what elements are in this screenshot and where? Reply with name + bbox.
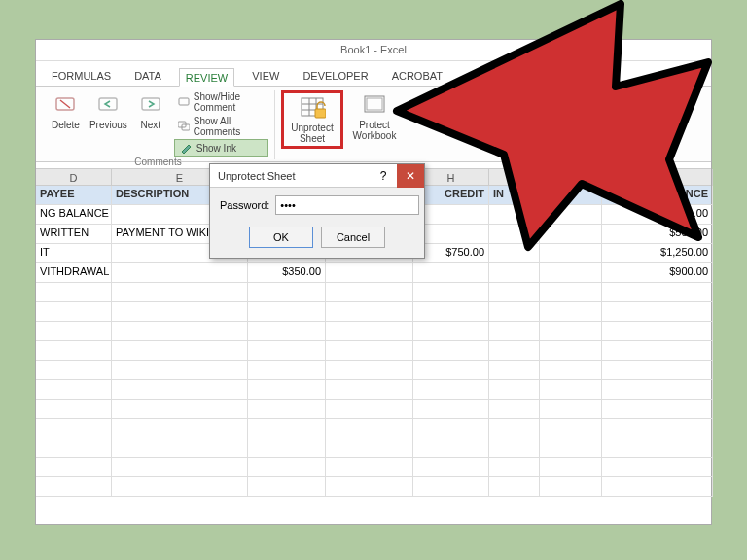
table-row[interactable] xyxy=(36,400,711,419)
show-all-label: Show All Comments xyxy=(194,116,265,137)
svg-rect-12 xyxy=(315,109,326,118)
cell[interactable] xyxy=(489,263,540,283)
unprotect-sheet-dialog: Unprotect Sheet ? ✕ Password: OK Cancel xyxy=(209,163,425,259)
svg-rect-2 xyxy=(99,98,117,110)
previous-comment-button[interactable]: Previous xyxy=(86,90,131,132)
svg-rect-3 xyxy=(142,98,160,110)
previous-label: Previous xyxy=(89,120,127,130)
comment-icon xyxy=(178,95,190,109)
cell[interactable]: $500.00 xyxy=(602,225,713,244)
table-row[interactable] xyxy=(36,477,711,497)
dialog-close-button[interactable]: ✕ xyxy=(397,164,424,188)
table-row[interactable] xyxy=(36,458,711,477)
cell[interactable] xyxy=(540,244,602,263)
comments-icon xyxy=(178,120,190,133)
show-ink-label: Show Ink xyxy=(196,143,236,154)
unprotect-sheet-icon xyxy=(299,95,326,121)
password-input[interactable] xyxy=(275,195,419,215)
svg-rect-4 xyxy=(179,98,189,105)
ribbon-tabs: FORMULAS DATA REVIEW VIEW DEVELOPER ACRO… xyxy=(36,61,711,87)
cell[interactable]: WRITTEN xyxy=(36,225,112,244)
comments-group: Delete Previous Next Show/Hide Comment xyxy=(42,90,275,159)
unprotect-label: Unprotect Sheet xyxy=(290,122,335,144)
cell[interactable] xyxy=(326,263,413,283)
tab-formulas[interactable]: FORMULAS xyxy=(46,67,117,86)
ink-icon xyxy=(179,141,193,155)
show-hide-comment-button[interactable]: Show/Hide Comment xyxy=(174,90,268,114)
svg-rect-14 xyxy=(367,98,382,110)
cell[interactable] xyxy=(489,244,540,263)
tab-data[interactable]: DATA xyxy=(128,67,167,86)
protect-workbook-button[interactable]: Protect Workbook xyxy=(345,90,404,143)
ok-button[interactable]: OK xyxy=(249,227,313,248)
hdr-j xyxy=(540,186,602,205)
cell[interactable] xyxy=(489,205,540,225)
excel-window: Book1 - Excel FORMULAS DATA REVIEW VIEW … xyxy=(35,39,712,525)
cell[interactable] xyxy=(540,225,602,244)
delete-comment-button[interactable]: Delete xyxy=(48,90,84,132)
hdr-balance: BALANCE xyxy=(602,186,713,205)
show-ink-button[interactable]: Show Ink xyxy=(174,139,268,157)
cell[interactable]: $350.00 xyxy=(248,263,326,283)
tab-developer[interactable]: DEVELOPER xyxy=(297,67,374,86)
cell[interactable] xyxy=(413,263,489,283)
hdr-payee: PAYEE xyxy=(36,186,112,205)
previous-icon xyxy=(94,92,122,118)
table-row[interactable] xyxy=(36,380,711,400)
show-all-comments-button[interactable]: Show All Comments xyxy=(174,115,268,138)
password-label: Password: xyxy=(220,199,269,211)
cell[interactable] xyxy=(540,263,602,283)
table-row[interactable] xyxy=(36,302,711,322)
cell[interactable] xyxy=(112,263,248,283)
dialog-help-button[interactable]: ? xyxy=(370,164,397,188)
cell[interactable]: NG BALANCE xyxy=(36,205,112,225)
cell[interactable]: $900.00 xyxy=(602,263,713,283)
protect-workbook-icon xyxy=(361,92,388,118)
table-row[interactable] xyxy=(36,438,711,458)
show-hide-label: Show/Hide Comment xyxy=(194,91,265,113)
table-row[interactable]: VITHDRAWAL $350.00 $900.00 xyxy=(36,263,711,283)
protect-group: Unprotect Sheet Protect Workbook xyxy=(275,90,409,159)
next-comment-button[interactable]: Next xyxy=(133,90,168,132)
dialog-title: Unprotect Sheet xyxy=(218,170,370,182)
hdr-in: IN xyxy=(489,186,540,205)
unprotect-highlight: Unprotect Sheet xyxy=(281,90,343,149)
cancel-button[interactable]: Cancel xyxy=(321,227,385,248)
cell[interactable]: $1,000.00 xyxy=(602,205,713,225)
delete-icon xyxy=(52,92,79,118)
cell[interactable] xyxy=(489,225,540,244)
table-row[interactable] xyxy=(36,341,711,361)
cell[interactable]: IT xyxy=(36,244,112,263)
tab-view[interactable]: VIEW xyxy=(246,67,285,86)
window-title: Book1 - Excel xyxy=(36,40,711,61)
table-row[interactable] xyxy=(36,361,711,380)
cell[interactable]: VITHDRAWAL xyxy=(36,263,112,283)
table-row[interactable] xyxy=(36,419,711,438)
cell[interactable]: $1,250.00 xyxy=(602,244,713,263)
ribbon-body: Delete Previous Next Show/Hide Comment xyxy=(36,87,711,162)
col-i[interactable]: I xyxy=(489,169,540,187)
tab-acrobat[interactable]: ACROBAT xyxy=(386,67,448,86)
cell[interactable] xyxy=(540,205,602,225)
protect-wb-label: Protect Workbook xyxy=(349,120,400,141)
col-j[interactable]: J xyxy=(540,169,602,187)
col-d[interactable]: D xyxy=(36,169,112,187)
next-label: Next xyxy=(141,120,161,130)
table-row[interactable] xyxy=(36,283,711,302)
col-k[interactable]: K xyxy=(602,169,713,187)
svg-line-1 xyxy=(60,100,70,108)
next-icon xyxy=(137,92,164,118)
delete-label: Delete xyxy=(52,120,80,130)
tab-review[interactable]: REVIEW xyxy=(179,68,234,87)
unprotect-sheet-button[interactable]: Unprotect Sheet xyxy=(286,93,338,146)
table-row[interactable] xyxy=(36,322,711,341)
